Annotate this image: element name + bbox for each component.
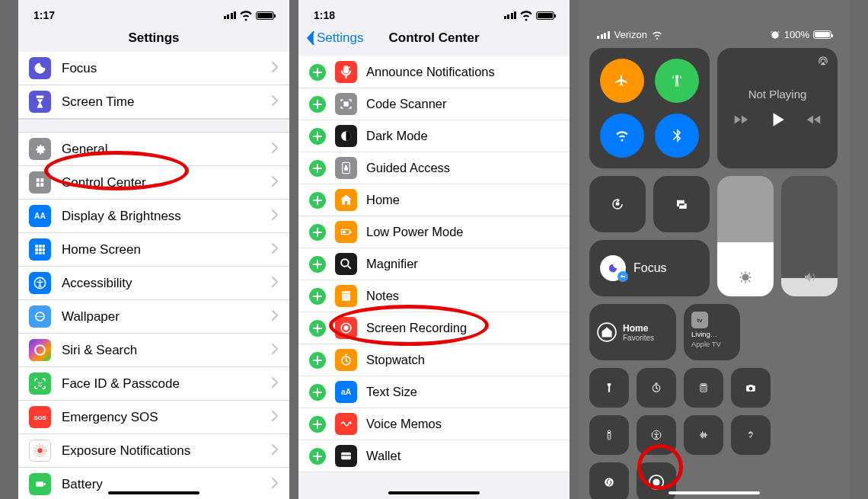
add-button[interactable] <box>309 96 326 113</box>
shazam-button[interactable] <box>589 462 629 499</box>
settings-row-announce-notifications[interactable]: Announce Notifications <box>298 56 570 88</box>
back-label: Settings <box>317 30 363 46</box>
wallpaper-icon <box>29 305 51 328</box>
settings-row-low-power-mode[interactable]: Low Power Mode <box>298 216 570 248</box>
settings-row-notes[interactable]: Notes <box>298 280 570 312</box>
settings-row-siri-search[interactable]: Siri & Search <box>18 334 289 367</box>
row-label: Wallpaper <box>62 309 272 325</box>
row-label: Home <box>366 193 400 207</box>
settings-row-control-center[interactable]: Control Center <box>18 166 289 200</box>
settings-row-code-scanner[interactable]: Code Scanner <box>298 88 570 120</box>
settings-row-screen-time[interactable]: Screen Time <box>18 85 289 119</box>
play-icon[interactable] <box>767 110 787 130</box>
settings-row-text-size[interactable]: aAText Size <box>298 376 570 408</box>
svg-rect-26 <box>350 231 352 233</box>
wifi-icon <box>615 129 629 142</box>
chevron-right-icon <box>272 210 279 220</box>
airplane-icon <box>615 74 629 88</box>
home-favorites-button[interactable]: HomeFavorites <box>589 304 676 360</box>
flashlight-button[interactable] <box>589 368 629 408</box>
bluetooth-toggle[interactable] <box>655 114 699 158</box>
svg-text:aA: aA <box>341 388 352 396</box>
page-title: Settings <box>128 30 179 45</box>
remote-button[interactable] <box>589 415 629 455</box>
svg-rect-38 <box>341 455 351 456</box>
settings-row-display-brightness[interactable]: AADisplay & Brightness <box>18 200 289 233</box>
svg-point-49 <box>701 389 702 390</box>
row-label: Focus <box>62 61 272 76</box>
add-button[interactable] <box>309 448 326 465</box>
add-button[interactable] <box>309 320 326 337</box>
home-icon <box>597 322 617 342</box>
svg-point-46 <box>701 389 702 389</box>
hearing-button[interactable] <box>731 415 771 455</box>
darkmode-icon <box>335 125 357 147</box>
controlcenter-icon <box>29 171 51 194</box>
back-button[interactable]: Settings <box>306 30 363 46</box>
settings-row-dark-mode[interactable]: Dark Mode <box>298 120 570 152</box>
settings-row-stopwatch[interactable]: Stopwatch <box>298 344 570 376</box>
wifi-icon <box>519 8 533 22</box>
settings-row-emergency-sos[interactable]: SOSEmergency SOS <box>18 401 289 434</box>
settings-row-exposure-notifications[interactable]: Exposure Notifications <box>18 434 289 468</box>
brightness-slider[interactable] <box>717 176 774 296</box>
add-button[interactable] <box>309 256 326 273</box>
svg-rect-7 <box>35 252 38 254</box>
svg-rect-2 <box>39 245 42 248</box>
magnifier-icon <box>335 253 357 275</box>
add-button[interactable] <box>309 192 326 209</box>
settings-row-wallpaper[interactable]: Wallpaper <box>18 300 289 334</box>
timer-button[interactable] <box>637 368 676 408</box>
add-button[interactable] <box>309 416 326 433</box>
settings-row-guided-access[interactable]: Guided Access <box>298 152 570 184</box>
focus-button[interactable]: Focus <box>589 240 710 296</box>
svg-rect-3 <box>43 245 45 248</box>
svg-point-14 <box>37 382 39 383</box>
wifi-toggle[interactable] <box>600 114 644 158</box>
next-track-icon[interactable] <box>806 111 822 128</box>
sound-recognition-button[interactable] <box>684 415 723 455</box>
svg-point-11 <box>39 280 40 281</box>
settings-row-wallet[interactable]: Wallet <box>298 440 570 472</box>
settings-row-home-screen[interactable]: Home Screen <box>18 233 289 267</box>
connectivity-module[interactable] <box>589 48 710 168</box>
settings-row-screen-recording[interactable]: Screen Recording <box>298 312 570 344</box>
siri-icon <box>29 339 51 361</box>
chevron-right-icon <box>272 243 279 254</box>
add-button[interactable] <box>309 288 326 305</box>
add-button[interactable] <box>309 224 326 241</box>
focus-icon <box>29 57 51 79</box>
add-button[interactable] <box>309 64 326 81</box>
add-button[interactable] <box>309 352 326 369</box>
appletv-icon: tv <box>691 312 708 328</box>
add-button[interactable] <box>309 128 326 145</box>
airplane-toggle[interactable] <box>600 59 644 103</box>
music-module[interactable]: Not Playing <box>717 48 838 168</box>
timer-icon <box>651 382 662 393</box>
settings-row-voice-memos[interactable]: Voice Memos <box>298 408 570 440</box>
settings-row-magnifier[interactable]: Magnifier <box>298 248 570 280</box>
record-icon <box>648 474 665 491</box>
screenrecording-icon <box>335 317 357 339</box>
chevron-right-icon <box>272 62 279 72</box>
row-label: Battery <box>62 477 272 492</box>
settings-row-focus[interactable]: Focus <box>18 52 289 85</box>
prev-track-icon[interactable] <box>732 111 749 128</box>
orientation-lock-toggle[interactable] <box>589 176 646 232</box>
cellular-toggle[interactable] <box>655 59 699 103</box>
settings-row-home[interactable]: Home <box>298 184 570 216</box>
add-button[interactable] <box>309 160 326 177</box>
accessibility-shortcut-button[interactable] <box>637 415 676 455</box>
battery-icon <box>256 11 274 20</box>
calculator-button[interactable] <box>684 368 723 408</box>
settings-row-accessibility[interactable]: Accessibility <box>18 267 289 300</box>
chevron-right-icon <box>272 310 279 321</box>
settings-row-face-id-passcode[interactable]: Face ID & Passcode <box>18 367 289 401</box>
home-label: Home <box>623 323 654 334</box>
screen-mirroring-button[interactable] <box>653 176 710 232</box>
volume-slider[interactable] <box>781 176 838 296</box>
add-button[interactable] <box>309 384 326 401</box>
settings-row-general[interactable]: General <box>18 133 289 166</box>
camera-button[interactable] <box>731 368 771 408</box>
appletv-remote-button[interactable]: tv Living… Apple TV <box>684 304 740 360</box>
